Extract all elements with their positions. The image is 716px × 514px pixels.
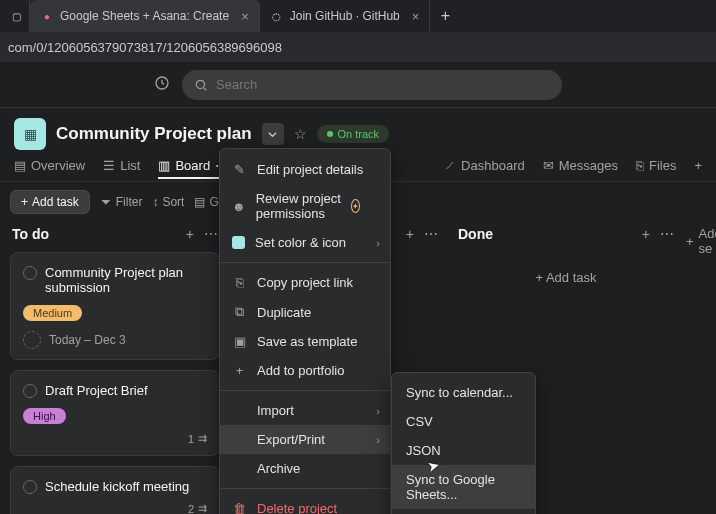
svg-point-1	[196, 80, 204, 88]
menu-delete-project[interactable]: 🗑Delete project	[220, 494, 390, 514]
url-bar[interactable]: com/0/1206056379073817/1206056389696098	[0, 32, 716, 62]
github-icon: ◌	[270, 9, 284, 23]
submenu-sync-calendar[interactable]: Sync to calendar...	[392, 378, 535, 407]
tab-title: Join GitHub · GitHub	[290, 9, 400, 23]
tab-overview[interactable]: ▤Overview	[14, 158, 85, 173]
tab-list[interactable]: ☰List	[103, 158, 140, 173]
column-title[interactable]: Done	[458, 226, 493, 242]
subtask-count: 2	[188, 503, 194, 515]
tab-favicon: ▢	[12, 9, 21, 23]
chevron-right-icon: ›	[376, 434, 380, 446]
task-title: Schedule kickoff meeting	[45, 479, 189, 494]
project-menu-button[interactable]	[262, 123, 284, 145]
tab-dashboard[interactable]: ⟋Dashboard	[443, 158, 525, 173]
status-label: On track	[338, 128, 380, 140]
chevron-down-icon	[268, 130, 277, 139]
project-icon[interactable]: ▦	[14, 118, 46, 150]
submenu-csv[interactable]: CSV	[392, 407, 535, 436]
task-title: Draft Project Brief	[45, 383, 148, 398]
menu-save-template[interactable]: ▣Save as template	[220, 327, 390, 356]
asana-icon: ●	[40, 9, 54, 23]
priority-pill: High	[23, 408, 66, 424]
add-task-placeholder[interactable]: + Add task	[456, 252, 676, 303]
task-card[interactable]: Schedule kickoff meeting 2⇉	[10, 466, 220, 514]
status-pill[interactable]: On track	[317, 125, 390, 143]
chevron-right-icon: ›	[376, 405, 380, 417]
submenu-sync-sheets[interactable]: Sync to Google Sheets...	[392, 465, 535, 509]
add-card-button[interactable]: +	[186, 226, 194, 242]
menu-edit-details[interactable]: ✎Edit project details	[220, 155, 390, 184]
close-icon[interactable]: ×	[241, 9, 249, 24]
menu-set-color[interactable]: Set color & icon›	[220, 228, 390, 257]
subtask-icon: ⇉	[198, 502, 207, 514]
pencil-icon: ✎	[232, 162, 247, 177]
filter-button[interactable]: ⏷Filter	[100, 195, 143, 209]
user-icon: ☻	[232, 199, 246, 214]
menu-copy-link[interactable]: ⎘Copy project link	[220, 268, 390, 297]
tab-title: Google Sheets + Asana: Create	[60, 9, 229, 23]
close-icon[interactable]: ×	[412, 9, 420, 24]
browser-tab-strip: ▢ ● Google Sheets + Asana: Create × ◌ Jo…	[0, 0, 716, 32]
search-input[interactable]	[216, 77, 550, 92]
browser-tab[interactable]: ▢	[4, 0, 30, 32]
history-icon[interactable]	[154, 75, 170, 94]
submenu-print[interactable]: Print	[392, 509, 535, 514]
menu-separator	[220, 262, 390, 263]
menu-duplicate[interactable]: ⧉Duplicate	[220, 297, 390, 327]
new-tab-button[interactable]: +	[430, 0, 460, 32]
column-more-button[interactable]: ⋯	[660, 226, 674, 242]
app-topbar	[0, 62, 716, 108]
menu-import[interactable]: Import›	[220, 396, 390, 425]
assignee-placeholder-icon[interactable]	[23, 331, 41, 349]
task-card[interactable]: Draft Project Brief High 1⇉	[10, 370, 220, 456]
plus-icon: +	[232, 363, 247, 378]
project-title[interactable]: Community Project plan	[56, 124, 252, 144]
task-card[interactable]: Community Project plan submission Medium…	[10, 252, 220, 360]
complete-checkbox[interactable]	[23, 480, 37, 494]
tab-messages[interactable]: ✉Messages	[543, 158, 618, 173]
add-task-button[interactable]: + Add task	[10, 190, 90, 214]
global-search[interactable]	[182, 70, 562, 100]
due-date: Today – Dec 3	[49, 333, 126, 347]
lightbulb-icon: ✦	[351, 199, 360, 213]
menu-export-print[interactable]: Export/Print›	[220, 425, 390, 454]
color-swatch-icon	[232, 236, 245, 249]
project-header: ▦ Community Project plan ☆ On track	[0, 108, 716, 152]
sort-button[interactable]: ↕Sort	[152, 195, 184, 209]
template-icon: ▣	[232, 334, 247, 349]
add-card-button[interactable]: +	[406, 226, 414, 242]
browser-tab-github[interactable]: ◌ Join GitHub · GitHub ×	[260, 0, 431, 32]
priority-pill: Medium	[23, 305, 82, 321]
add-card-button[interactable]: +	[642, 226, 650, 242]
search-icon	[194, 78, 208, 92]
add-section-button[interactable]: +Add se	[686, 222, 716, 256]
subtask-count: 1	[188, 433, 194, 445]
link-icon: ⎘	[232, 275, 247, 290]
column-todo: To do + ⋯ Community Project plan submiss…	[10, 222, 220, 514]
menu-archive[interactable]: Archive	[220, 454, 390, 483]
duplicate-icon: ⧉	[232, 304, 247, 320]
chevron-right-icon: ›	[376, 237, 380, 249]
export-submenu: Sync to calendar... CSV JSON Sync to Goo…	[391, 372, 536, 514]
menu-separator	[220, 390, 390, 391]
column-title[interactable]: To do	[12, 226, 49, 242]
submenu-json[interactable]: JSON	[392, 436, 535, 465]
trash-icon: 🗑	[232, 501, 247, 514]
complete-checkbox[interactable]	[23, 266, 37, 280]
column-more-button[interactable]: ⋯	[424, 226, 438, 242]
star-button[interactable]: ☆	[294, 126, 307, 142]
complete-checkbox[interactable]	[23, 384, 37, 398]
menu-add-portfolio[interactable]: +Add to portfolio	[220, 356, 390, 385]
menu-separator	[220, 488, 390, 489]
tab-files[interactable]: ⎘Files	[636, 158, 676, 173]
browser-tab-asana[interactable]: ● Google Sheets + Asana: Create ×	[30, 0, 260, 32]
url-text: com/0/1206056379073817/1206056389696098	[8, 40, 282, 55]
project-context-menu: ✎Edit project details ☻Review project pe…	[219, 148, 391, 514]
menu-review-permissions[interactable]: ☻Review project permissions✦	[220, 184, 390, 228]
subtask-icon: ⇉	[198, 432, 207, 445]
task-title: Community Project plan submission	[45, 265, 207, 295]
column-more-button[interactable]: ⋯	[204, 226, 218, 242]
add-tab-button[interactable]: +	[694, 158, 702, 173]
